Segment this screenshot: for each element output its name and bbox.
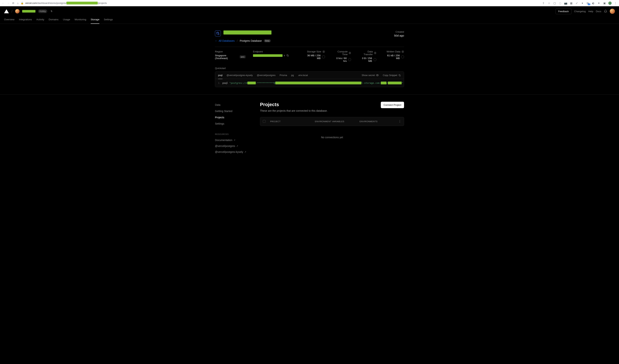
chrome-profile-avatar[interactable] [608,1,612,5]
compute-label: Compute Time [332,50,348,56]
code-mid-2: l-storage.com: [361,81,381,84]
show-secret-label: Show secret [362,74,375,77]
browser-reload-icon[interactable]: ⟳ [12,2,14,5]
browser-back-icon[interactable]: ← [2,2,4,5]
url-redacted: xxxxxxxxxxxxxxxxxxxxxxxxxx [67,2,98,4]
resource-label: @vercel/postgres [215,145,235,148]
qs-tab-kysely[interactable]: @vercel/postgres-kysely [226,72,253,79]
projects-title: Projects [260,102,328,108]
projects-header: Projects These are the projects that are… [260,102,404,112]
empty-state: No connections yet [260,126,404,143]
code-redact-4: xxxxxxxxxx [388,81,402,84]
external-link-icon: ↗ [234,139,235,141]
user-avatar[interactable] [610,9,615,14]
sidepanel-icon[interactable]: ▣ [603,1,606,5]
projects-panel: Projects These are the projects that are… [260,102,404,155]
info-icon[interactable]: i [401,50,404,53]
chrome-menu-icon[interactable]: ⋮ [614,1,617,5]
ext-icon-badge[interactable]: 🛍 [586,1,590,5]
url-path-1: /dashboard/stores/postgres/ [37,2,67,4]
qs-tab-envlocal[interactable]: .env.local [298,72,308,79]
external-link-icon: ↗ [236,145,238,147]
ext-icon-2[interactable]: ◌ [558,1,562,5]
tab-storage[interactable]: Storage [91,16,99,24]
page-content: Created 50d ago ← All Databases / Postgr… [215,24,404,87]
scope-switcher-icon[interactable]: ⇅ [51,10,53,13]
tab-integrations[interactable]: Integrations [19,16,32,24]
tab-overview[interactable]: Overview [4,16,14,24]
ext-icon-6[interactable]: ▾ [581,1,584,5]
tab-settings[interactable]: Settings [104,16,113,24]
help-link[interactable]: Help [588,10,593,13]
ext-icon-7[interactable]: ◐ [592,1,595,5]
region-value: Singapore (Southeast) [215,54,238,60]
col-env-vars: ENVIRONMENT VARIABLES [315,120,360,122]
line-number: 1 [218,81,220,84]
quickstart-card: psql @vercel/postgres-kysely @vercel/pos… [215,71,404,87]
share-icon[interactable]: ⇧ [542,1,545,5]
stats-row: Region Singapore (Southeast) sin1 Endpoi… [215,50,404,62]
ext-icon-1[interactable]: ▢ [553,1,556,5]
extensions-icon[interactable]: ✦ [597,1,601,5]
url-path-2: /projects [98,2,107,4]
select-all-checkbox[interactable] [263,120,266,123]
changelog-link[interactable]: Changelog [574,10,586,13]
info-icon[interactable]: i [323,50,325,53]
qs-tab-pg[interactable]: pg [291,72,294,79]
resource-vercel-postgres[interactable]: @vercel/postgres ↗ [215,143,254,149]
row-actions-icon[interactable]: ⋮ [394,120,401,123]
stat-data-transfer: Data Transfer i 0 B / 256 MB [358,50,376,62]
sidebar-item-data[interactable]: Data [215,102,254,108]
resource-documentation[interactable]: Documentation ↗ [215,137,254,143]
browser-home-icon[interactable]: ⌂ [17,2,18,5]
lower-section: Data Getting Started Projects Settings R… [215,95,404,166]
usage-ring-icon [348,58,351,61]
star-icon[interactable]: ☆ [547,1,551,5]
info-icon[interactable]: i [349,52,351,54]
sidebar-item-getting-started[interactable]: Getting Started [215,108,254,114]
breadcrumb-sep: / [237,39,238,42]
back-all-databases[interactable]: ← All Databases [215,39,235,42]
copy-snippet-button[interactable]: Copy Snippet [383,74,401,77]
show-secret-button[interactable]: Show secret [362,74,379,77]
col-project: PROJECT [270,120,315,122]
topbar: / Hobby ⇅ Feedback Changelog Help Docs [0,6,619,16]
external-link-icon: ↗ [244,151,246,153]
qs-tab-psql[interactable]: psql [218,72,223,79]
code-line: psql "postgres://dxxxxxx:************@xx… [223,81,403,84]
docs-link[interactable]: Docs [596,10,601,13]
code-mid-3: / [386,81,388,84]
tab-domains[interactable]: Domains [49,16,58,24]
beta-badge: Beta [264,39,271,42]
vercel-logo[interactable] [4,9,9,13]
tab-monitoring[interactable]: Monitoring [75,16,86,24]
feedback-button[interactable]: Feedback [555,9,572,14]
sidebar-item-settings[interactable]: Settings [215,121,254,127]
app-root: / Hobby ⇅ Feedback Changelog Help Docs O… [0,6,619,364]
transfer-value: 0 B / 256 MB [358,57,372,62]
team-avatar[interactable] [15,9,20,13]
code-conn-prefix: "postgres://d [229,81,247,84]
stat-endpoint: Endpoint r [253,50,289,57]
url-bar[interactable]: 🔒 vercel.com/dashboard/stores/postgres/x… [21,2,540,4]
ext-icon-5[interactable]: ⤢ [575,1,578,5]
info-icon[interactable]: i [374,52,376,54]
resources-heading: RESOURCES [215,133,254,135]
qs-tab-prisma[interactable]: Prisma [280,72,287,79]
sidebar-item-projects[interactable]: Projects [215,114,254,121]
qs-tab-postgres[interactable]: @vercel/postgres [257,72,276,79]
resource-vercel-postgres-kysely[interactable]: @vercel/postgres-kysely ↗ [215,149,254,155]
lock-icon: 🔒 [21,2,24,4]
tab-usage[interactable]: Usage [63,16,70,24]
copy-endpoint-icon[interactable] [286,54,289,57]
compute-value: 0 hrs / 60 hrs [332,57,347,62]
team-name-redacted[interactable] [22,10,35,13]
notifications-icon[interactable] [604,10,607,13]
tab-activity[interactable]: Activity [36,16,44,24]
connect-project-button[interactable]: Connect Project [381,102,404,108]
code-conn-suffix: " [402,81,403,84]
written-value: 61 kB / 256 MB [384,54,400,60]
ext-icon-4[interactable]: ▦ [570,1,573,5]
quickstart-code[interactable]: 1 psql "postgres://dxxxxxx:************@… [215,79,404,87]
ext-icon-3[interactable]: 📷 [564,1,567,5]
